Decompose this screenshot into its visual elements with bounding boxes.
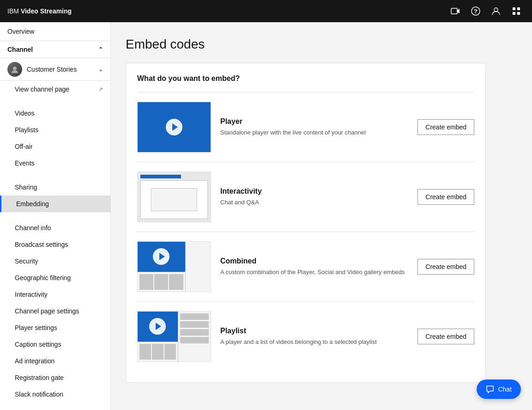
channel-info-label: Channel info <box>15 224 51 232</box>
playlist-embed-info: Playlist A player and a list of videos b… <box>220 327 408 346</box>
help-icon-button[interactable]: ? <box>467 3 484 19</box>
security-label: Security <box>15 257 38 265</box>
embed-container: What do you want to embed? Player Standa… <box>126 63 486 383</box>
create-embed-combined-button[interactable]: Create embed <box>417 259 474 275</box>
combined-player-section <box>138 242 185 272</box>
play-circle <box>166 119 182 135</box>
sidebar-item-geographic-filtering[interactable]: Geographic filtering <box>0 269 110 286</box>
playlist-item-3 <box>180 329 209 336</box>
geographic-filtering-label: Geographic filtering <box>15 274 71 281</box>
svg-rect-4 <box>513 7 515 10</box>
svg-point-8 <box>13 67 17 70</box>
sidebar-item-overview[interactable]: Overview <box>0 22 110 41</box>
sidebar-item-security[interactable]: Security <box>0 253 110 269</box>
sidebar-item-channel-info[interactable]: Channel info <box>0 220 110 236</box>
svg-rect-0 <box>451 8 457 14</box>
avatar-icon <box>10 65 19 74</box>
chevron-up-icon: ⌃ <box>98 46 103 53</box>
combined-embed-info: Combined A custom combination of the Pla… <box>220 257 408 276</box>
user-icon-button[interactable] <box>488 3 504 19</box>
nav-actions: ? <box>447 3 525 19</box>
combined-side-section <box>185 242 211 292</box>
playlist-list-section <box>178 312 211 361</box>
playlists-label: Playlists <box>15 126 38 134</box>
sidebar-item-sharing[interactable]: Sharing <box>0 179 110 196</box>
sharing-label: Sharing <box>15 184 37 191</box>
playlist-cell-2 <box>152 344 163 360</box>
playlist-item-4 <box>180 337 209 343</box>
broadcast-settings-label: Broadcast settings <box>15 241 68 248</box>
combined-play-triangle <box>159 253 165 260</box>
app-body: Overview Channel ⌃ Customer Stories ⌄ Vi… <box>0 22 532 410</box>
svg-rect-6 <box>513 12 515 15</box>
playlist-item-2 <box>180 321 209 328</box>
sidebar-item-broadcast-settings[interactable]: Broadcast settings <box>0 236 110 253</box>
sidebar-item-interactivity[interactable]: Interactivity <box>0 286 110 303</box>
interactivity-label: Interactivity <box>15 291 48 298</box>
playlist-play-triangle <box>156 323 161 330</box>
sidebar-item-ad-integration[interactable]: Ad integration <box>0 353 110 369</box>
sidebar-item-player-settings[interactable]: Player settings <box>0 319 110 336</box>
svg-rect-7 <box>517 12 520 15</box>
combined-cell-3 <box>169 274 183 290</box>
brand-logo: IBM Video Streaming <box>7 7 72 15</box>
grid-icon-button[interactable] <box>508 3 525 19</box>
playlist-item-1 <box>180 313 209 320</box>
embedding-label: Embedding <box>16 200 49 208</box>
channel-selector[interactable]: Customer Stories ⌄ <box>0 58 110 81</box>
channel-avatar <box>7 62 22 77</box>
sidebar-item-slack-notification[interactable]: Slack notification <box>0 386 110 403</box>
external-link-icon: ↗ <box>98 86 103 92</box>
embed-thumbnail-interactivity <box>137 171 211 222</box>
playlist-bottom-section <box>138 342 178 361</box>
view-channel-page-label: View channel page <box>15 86 69 93</box>
interactivity-content <box>140 180 208 219</box>
create-embed-interactivity-button[interactable]: Create embed <box>417 189 474 205</box>
sidebar-item-embedding[interactable]: Embedding <box>0 196 110 212</box>
chat-icon <box>486 385 494 393</box>
embed-row-playlist: Playlist A player and a list of videos b… <box>137 301 474 371</box>
playlist-cell-3 <box>164 344 176 360</box>
video-icon <box>451 6 460 16</box>
player-title: Player <box>220 117 408 126</box>
embed-row-combined: Combined A custom combination of the Pla… <box>137 232 474 301</box>
ad-integration-label: Ad integration <box>15 357 54 365</box>
embed-thumbnail-combined <box>137 241 211 292</box>
combined-description: A custom combination of the Player, Soci… <box>220 268 408 276</box>
top-navigation: IBM Video Streaming ? <box>0 0 532 22</box>
player-settings-label: Player settings <box>15 324 57 331</box>
nav-brand: IBM Video Streaming <box>7 7 72 15</box>
sidebar-item-caption-settings[interactable]: Caption settings <box>0 336 110 353</box>
off-air-label: Off-air <box>15 143 33 150</box>
combined-play-circle <box>153 248 169 265</box>
channel-name-label: Customer Stories <box>27 66 94 73</box>
sidebar-item-channel-page-settings[interactable]: Channel page settings <box>0 303 110 319</box>
chat-button[interactable]: Chat <box>477 379 521 399</box>
sidebar-item-view-channel-page[interactable]: View channel page ↗ <box>0 81 110 98</box>
sidebar-item-events[interactable]: Events <box>0 155 110 171</box>
user-icon <box>491 6 501 16</box>
channel-section-label: Channel <box>7 46 33 53</box>
brand-ibm: IBM <box>7 7 19 15</box>
create-embed-player-button[interactable]: Create embed <box>417 119 474 135</box>
sidebar-item-registration-gate[interactable]: Registration gate <box>0 369 110 386</box>
channel-chevron-icon: ⌄ <box>98 66 103 73</box>
help-icon: ? <box>471 6 480 16</box>
sidebar-item-playlists[interactable]: Playlists <box>0 122 110 138</box>
embed-thumbnail-player <box>137 102 211 153</box>
sidebar-item-off-air[interactable]: Off-air <box>0 138 110 155</box>
videos-label: Videos <box>15 110 35 117</box>
playlist-title: Playlist <box>220 327 408 335</box>
video-icon-button[interactable] <box>447 3 464 19</box>
playlist-description: A player and a list of videos belonging … <box>220 338 408 346</box>
embed-question: What do you want to embed? <box>137 74 474 83</box>
player-thumbnail-main <box>138 102 211 152</box>
create-embed-playlist-button[interactable]: Create embed <box>417 329 474 344</box>
sidebar-item-videos[interactable]: Videos <box>0 105 110 122</box>
svg-text:?: ? <box>474 8 478 15</box>
svg-point-3 <box>494 8 498 12</box>
combined-cell-2 <box>154 274 168 290</box>
channel-section-header[interactable]: Channel ⌃ <box>0 41 110 58</box>
registration-gate-label: Registration gate <box>15 374 64 381</box>
interactivity-title: Interactivity <box>220 187 408 196</box>
